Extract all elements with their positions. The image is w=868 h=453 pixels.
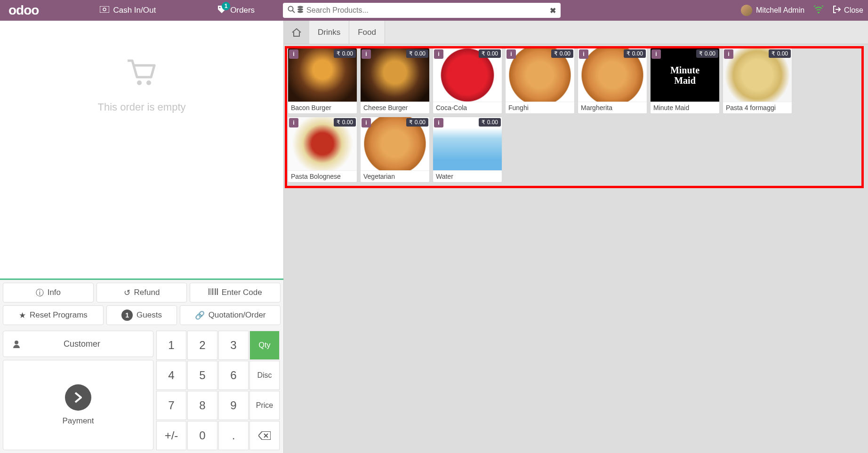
product-card[interactable]: i₹ 0.00Funghi — [505, 48, 575, 114]
product-card[interactable]: i₹ 0.00Vegetarian — [360, 117, 430, 183]
product-name: Cheese Burger — [361, 102, 429, 113]
numpad-5[interactable]: 5 — [187, 361, 217, 390]
svg-rect-10 — [209, 288, 209, 295]
product-card[interactable]: i₹ 0.00Water — [433, 117, 502, 183]
svg-point-9 — [146, 80, 151, 85]
orders-button[interactable]: 1 Orders — [217, 5, 255, 16]
product-price: ₹ 0.00 — [769, 49, 791, 58]
category-bar: Drinks Food — [284, 21, 868, 44]
close-button[interactable]: Close — [833, 5, 863, 16]
empty-cart-text: This order is empty — [97, 101, 185, 113]
search-icon — [288, 6, 295, 15]
user-menu[interactable]: Mitchell Admin — [741, 5, 804, 16]
info-icon[interactable]: i — [362, 118, 371, 127]
svg-point-16 — [15, 341, 18, 344]
product-name: Funghi — [506, 102, 574, 113]
cart-icon — [125, 58, 158, 94]
barcode-icon — [209, 288, 218, 297]
clear-search-icon[interactable]: ✖ — [550, 6, 556, 15]
search-input[interactable] — [306, 6, 550, 15]
cash-label: Cash In/Out — [113, 6, 156, 15]
reset-programs-button[interactable]: ★ Reset Programs — [3, 305, 104, 325]
cash-icon — [100, 6, 109, 15]
info-icon[interactable]: i — [289, 49, 298, 59]
product-card[interactable]: i₹ 0.00Pasta 4 formaggi — [723, 48, 792, 114]
info-icon[interactable]: i — [289, 118, 298, 127]
guests-count: 1 — [121, 310, 133, 321]
svg-point-8 — [137, 80, 142, 85]
guests-label: Guests — [137, 310, 162, 320]
product-card[interactable]: i₹ 0.00Bacon Burger — [288, 48, 357, 114]
numpad-9[interactable]: 9 — [218, 391, 249, 420]
customer-button[interactable]: Customer — [3, 331, 153, 357]
payment-label: Payment — [62, 416, 94, 426]
category-drinks[interactable]: Drinks — [309, 21, 349, 44]
customer-label: Customer — [30, 339, 153, 349]
product-name: Coca-Cola — [433, 102, 502, 113]
product-card[interactable]: i₹ 0.00Cheese Burger — [360, 48, 430, 114]
product-card[interactable]: i₹ 0.00Margherita — [578, 48, 647, 114]
user-name: Mitchell Admin — [756, 6, 804, 15]
numpad-price[interactable]: Price — [249, 391, 280, 420]
numpad-1[interactable]: 1 — [156, 331, 186, 360]
product-name: Minute Maid — [651, 102, 719, 113]
info-icon: ⓘ — [36, 287, 44, 298]
category-food[interactable]: Food — [349, 21, 385, 44]
enter-code-button[interactable]: Enter Code — [190, 283, 281, 302]
numpad-2[interactable]: 2 — [187, 331, 217, 360]
info-label: Info — [48, 288, 61, 297]
logo[interactable]: odoo — [8, 3, 39, 18]
refund-label: Refund — [134, 288, 160, 297]
svg-point-3 — [289, 7, 293, 11]
info-icon[interactable]: i — [362, 49, 371, 59]
svg-point-2 — [219, 7, 221, 8]
info-icon[interactable]: i — [506, 49, 516, 59]
product-name: Pasta 4 formaggi — [723, 102, 792, 113]
link-icon: 🔗 — [195, 310, 205, 320]
enter-code-label: Enter Code — [222, 288, 262, 297]
product-card[interactable]: i₹ 0.00Pasta Bolognese — [288, 117, 357, 183]
cash-in-out-button[interactable]: Cash In/Out — [100, 6, 156, 15]
undo-icon: ↺ — [124, 288, 130, 298]
numpad: 1 2 3 Qty 4 5 6 Disc 7 8 9 Price +/- 0 . — [156, 331, 280, 450]
search-box[interactable]: ✖ — [283, 3, 561, 18]
info-icon[interactable]: i — [434, 49, 443, 59]
info-button[interactable]: ⓘ Info — [3, 283, 94, 302]
wifi-icon — [814, 6, 823, 15]
svg-rect-14 — [215, 288, 216, 295]
payment-button[interactable]: Payment — [3, 360, 153, 450]
product-price: ₹ 0.00 — [696, 49, 718, 58]
product-price: ₹ 0.00 — [479, 49, 501, 58]
product-card[interactable]: Minute Maidi₹ 0.00Minute Maid — [650, 48, 720, 114]
svg-rect-15 — [217, 288, 218, 295]
numpad-7[interactable]: 7 — [156, 391, 186, 420]
numpad-6[interactable]: 6 — [218, 361, 249, 390]
info-icon[interactable]: i — [579, 49, 588, 59]
info-icon[interactable]: i — [724, 49, 733, 59]
svg-rect-12 — [212, 288, 213, 295]
quotation-button[interactable]: 🔗 Quotation/Order — [180, 305, 281, 325]
numpad-plusminus[interactable]: +/- — [156, 421, 186, 450]
numpad-dot[interactable]: . — [218, 421, 249, 450]
numpad-qty[interactable]: Qty — [249, 331, 280, 360]
numpad-4[interactable]: 4 — [156, 361, 186, 390]
info-icon[interactable]: i — [651, 49, 661, 59]
topbar: odoo Cash In/Out 1 Orders ✖ Mitchell Adm… — [0, 0, 868, 21]
cart-area: This order is empty — [0, 21, 283, 278]
home-category[interactable] — [284, 21, 309, 44]
numpad-8[interactable]: 8 — [187, 391, 217, 420]
product-card[interactable]: i₹ 0.00Coca-Cola — [433, 48, 502, 114]
guests-button[interactable]: 1 Guests — [106, 305, 177, 325]
numpad-3[interactable]: 3 — [218, 331, 249, 360]
numpad-disc[interactable]: Disc — [249, 361, 280, 390]
chevron-right-icon — [65, 384, 91, 411]
info-icon[interactable]: i — [434, 118, 443, 127]
numpad-backspace[interactable] — [249, 421, 280, 450]
product-name: Bacon Burger — [288, 102, 357, 113]
refund-button[interactable]: ↺ Refund — [96, 283, 187, 302]
numpad-0[interactable]: 0 — [187, 421, 217, 450]
reset-programs-label: Reset Programs — [30, 310, 88, 320]
product-price: ₹ 0.00 — [406, 49, 428, 58]
orders-badge: 1 — [222, 2, 230, 10]
product-name: Pasta Bolognese — [288, 170, 357, 182]
